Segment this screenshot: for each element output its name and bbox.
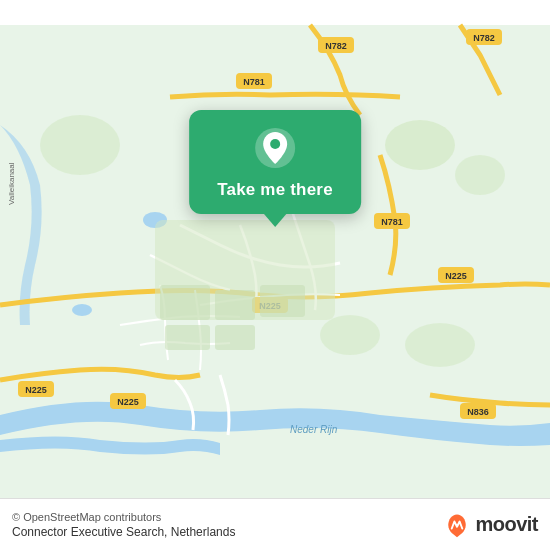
svg-point-29 — [385, 120, 455, 170]
moovit-logo[interactable]: moovit — [443, 511, 538, 539]
take-me-there-button[interactable]: Take me there — [217, 180, 333, 200]
svg-rect-27 — [165, 325, 210, 350]
svg-text:N836: N836 — [467, 407, 489, 417]
svg-point-33 — [405, 323, 475, 367]
svg-text:N225: N225 — [445, 271, 467, 281]
location-info: Connector Executive Search, Netherlands — [12, 525, 235, 539]
moovit-brand-icon — [443, 511, 471, 539]
svg-rect-28 — [215, 325, 255, 350]
svg-rect-24 — [160, 285, 210, 320]
svg-point-32 — [320, 315, 380, 355]
svg-text:N781: N781 — [381, 217, 403, 227]
bottom-bar: © OpenStreetMap contributors Connector E… — [0, 498, 550, 550]
svg-point-30 — [455, 155, 505, 195]
map-svg: N782 N782 N781 N781 N225 N225 N225 N225 … — [0, 0, 550, 550]
svg-rect-26 — [260, 285, 305, 317]
svg-text:Neder Rijn: Neder Rijn — [290, 424, 338, 435]
svg-text:N225: N225 — [25, 385, 47, 395]
svg-rect-25 — [215, 290, 255, 320]
svg-text:Valleikanaal: Valleikanaal — [7, 162, 16, 205]
svg-text:N225: N225 — [117, 397, 139, 407]
svg-point-35 — [270, 139, 280, 149]
map-pin-icon — [253, 126, 297, 170]
svg-point-31 — [40, 115, 120, 175]
map-popup: Take me there — [189, 110, 361, 227]
svg-point-2 — [72, 304, 92, 316]
moovit-brand-text: moovit — [475, 513, 538, 536]
svg-text:N781: N781 — [243, 77, 265, 87]
svg-text:N782: N782 — [325, 41, 347, 51]
svg-text:N782: N782 — [473, 33, 495, 43]
popup-caret — [263, 213, 287, 227]
map-container: N782 N782 N781 N781 N225 N225 N225 N225 … — [0, 0, 550, 550]
popup-box[interactable]: Take me there — [189, 110, 361, 214]
attribution-text: © OpenStreetMap contributors — [12, 511, 235, 523]
